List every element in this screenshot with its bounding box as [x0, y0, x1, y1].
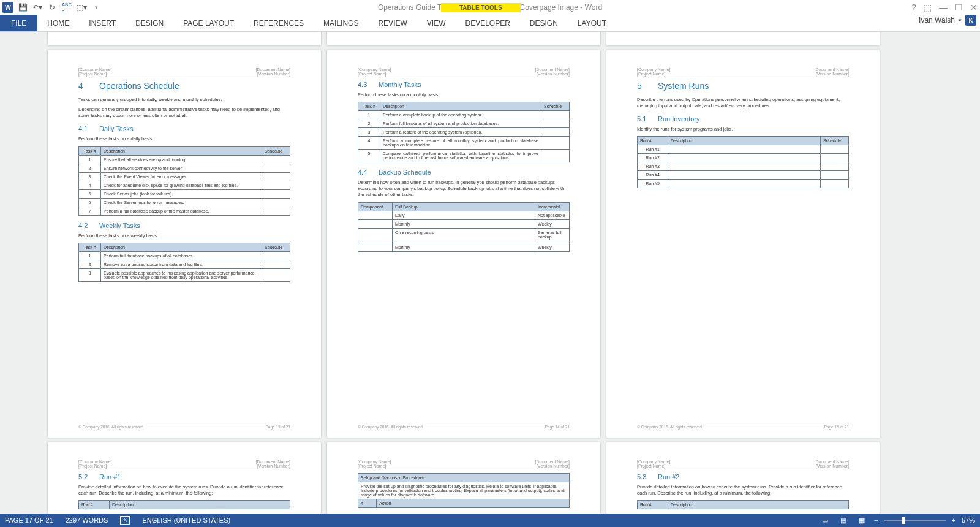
undo-button[interactable]: ↶▾ — [31, 1, 44, 13]
table-row: 1Perform full database backups of all da… — [79, 251, 290, 260]
table-row: 2Ensure network connectivity to the serv… — [79, 164, 290, 172]
tab-developer[interactable]: DEVELOPER — [455, 15, 519, 31]
table-row: On a recurring basisSame as full backup — [358, 228, 570, 243]
tab-mailings[interactable]: MAILINGS — [314, 15, 368, 31]
table-row: DailyNot applicable — [358, 211, 570, 219]
qat-customize-button[interactable]: ▾ — [89, 1, 103, 13]
table-setup-diagnostic[interactable]: Setup and Diagnostic Procedures Provide … — [358, 473, 570, 508]
page-14[interactable]: [Company Name][Document Name] [Project N… — [327, 50, 600, 438]
help-button[interactable]: ? — [911, 2, 916, 12]
header-version: [Version Number] — [257, 72, 290, 76]
body-text: Provide detailed information on how to e… — [78, 484, 290, 496]
table-row: 4Check for adequate disk space for growi… — [79, 181, 290, 189]
close-button[interactable]: ✕ — [970, 2, 978, 12]
table-monthly-tasks[interactable]: Task #DescriptionSchedule 1Perform a com… — [358, 102, 570, 162]
table-row: 3Check the Event Viewer for error messag… — [79, 172, 290, 181]
tab-table-layout[interactable]: LAYOUT — [568, 15, 616, 31]
table-run-inventory[interactable]: Run #DescriptionSchedule Run #1 Run #2 R… — [637, 136, 849, 188]
tab-insert[interactable]: INSERT — [79, 15, 126, 31]
status-word-count[interactable]: 2297 WORDS — [66, 517, 108, 524]
body-text: Determine how often and when to run back… — [358, 180, 570, 198]
tab-review[interactable]: REVIEW — [368, 15, 417, 31]
page-footer: © Company 2016. All rights reserved.Page… — [637, 423, 849, 429]
table-row: Run #5 — [638, 180, 849, 188]
ribbon-options-button[interactable]: ⬚ — [924, 2, 932, 12]
status-proofing-icon[interactable]: ✎ — [120, 516, 130, 525]
table-run-1[interactable]: Run #Description — [78, 500, 290, 509]
table-row: MonthlyWeekly — [358, 243, 570, 251]
body-text: Perform these tasks on a weekly basis: — [78, 233, 290, 239]
heading-operations-schedule: 4Operations Schedule — [78, 81, 290, 91]
document-area[interactable]: [Company Name][Document Name] [Project N… — [0, 32, 980, 514]
heading-weekly-tasks: 4.2Weekly Tasks — [78, 222, 290, 229]
page-17[interactable]: [Company Name][Document Name] [Project N… — [327, 442, 600, 514]
status-language[interactable]: ENGLISH (UNITED STATES) — [142, 517, 230, 524]
view-read-mode-icon[interactable]: ▭ — [819, 515, 831, 525]
heading-run-inventory: 5.1Run Inventory — [637, 115, 849, 123]
body-text: Depending on the circumstances, addition… — [78, 107, 290, 119]
table-row: 3Evaluate possible approaches to increas… — [79, 268, 290, 281]
zoom-out-button[interactable]: − — [874, 517, 878, 524]
word-app-icon[interactable]: W — [1, 1, 15, 13]
page-prev-3[interactable] — [606, 32, 880, 45]
zoom-slider[interactable] — [884, 520, 946, 521]
table-row: 2Remove extra unused space from data and… — [79, 260, 290, 268]
table-backup-schedule[interactable]: ComponentFull BackupIncremental DailyNot… — [358, 202, 570, 252]
save-button[interactable]: 💾 — [16, 1, 29, 13]
table-row: 4Perform a complete restore of all month… — [358, 137, 570, 150]
page-16[interactable]: [Company Name][Document Name] [Project N… — [48, 442, 321, 514]
tab-references[interactable]: REFERENCES — [244, 15, 314, 31]
maximize-button[interactable]: ☐ — [955, 2, 963, 12]
header-company: [Company Name] — [78, 67, 111, 72]
table-row: 3Perform a restore of the operating syst… — [358, 128, 570, 137]
zoom-in-button[interactable]: + — [952, 517, 956, 524]
heading-run-2: 5.3Run #2 — [637, 473, 849, 480]
page-15[interactable]: [Company Name][Document Name] [Project N… — [606, 50, 880, 438]
zoom-level[interactable]: 57% — [962, 517, 975, 524]
tab-view[interactable]: VIEW — [417, 15, 456, 31]
table-row: 5Compare gathered performance statistics… — [358, 150, 570, 162]
page-prev-1[interactable] — [48, 32, 321, 45]
view-web-layout-icon[interactable]: ▦ — [856, 515, 868, 525]
body-text: Identify the runs for system programs an… — [637, 126, 849, 132]
table-row: MonthlyWeekly — [358, 219, 570, 228]
page-prev-2[interactable] — [327, 32, 600, 45]
redo-button[interactable]: ↻ — [45, 1, 59, 13]
table-row: Run #3 — [638, 162, 849, 171]
tab-file[interactable]: FILE — [0, 15, 37, 31]
tab-home[interactable]: HOME — [37, 15, 79, 31]
user-menu-chevron: ▾ — [959, 17, 962, 23]
table-row: 1Perform a complete backup of the operat… — [358, 111, 570, 119]
user-area[interactable]: Ivan Walsh ▾ K — [919, 15, 976, 26]
table-row: Run #4 — [638, 171, 849, 180]
header-project: [Project Name] — [78, 72, 107, 76]
status-bar: PAGE 17 OF 21 2297 WORDS ✎ ENGLISH (UNIT… — [0, 514, 980, 527]
contextual-tab-label: TABLE TOOLS — [441, 3, 521, 12]
ribbon-tabs: FILE HOME INSERT DESIGN PAGE LAYOUT REFE… — [0, 15, 980, 32]
page-13[interactable]: [Company Name][Document Name] [Project N… — [48, 50, 321, 438]
page-18[interactable]: [Company Name][Document Name] [Project N… — [606, 442, 880, 514]
title-bar: W 💾 ↶▾ ↻ ABC✓ ⬚▾ ▾ Operations Guide Temp… — [0, 0, 980, 15]
status-page[interactable]: PAGE 17 OF 21 — [5, 517, 53, 524]
body-text: Describe the runs used by Operations per… — [637, 97, 849, 109]
minimize-button[interactable]: — — [939, 2, 948, 12]
table-weekly-tasks[interactable]: Task #DescriptionSchedule 1Perform full … — [78, 243, 290, 282]
table-daily-tasks[interactable]: Task #DescriptionSchedule 1Ensure that a… — [78, 146, 290, 216]
body-text: Tasks can generally grouped into daily, … — [78, 97, 290, 103]
tab-table-design[interactable]: DESIGN — [520, 15, 568, 31]
heading-daily-tasks: 4.1Daily Tasks — [78, 125, 290, 132]
spellcheck-button[interactable]: ABC✓ — [60, 1, 74, 13]
view-print-layout-icon[interactable]: ▤ — [837, 515, 850, 525]
body-text: Perform these tasks on a daily basis: — [78, 136, 290, 142]
tab-page-layout[interactable]: PAGE LAYOUT — [173, 15, 244, 31]
heading-system-runs: 5System Runs — [637, 81, 849, 91]
table-row: 6Check the Server logs for error message… — [79, 198, 290, 207]
tab-design[interactable]: DESIGN — [126, 15, 173, 31]
table-row: Run #2 — [638, 154, 849, 162]
body-text: Provide detailed information on how to e… — [637, 484, 849, 496]
table-run-2[interactable]: Run #Description — [637, 500, 849, 509]
user-badge-icon: K — [965, 15, 976, 26]
quick-access-toolbar: W 💾 ↶▾ ↻ ABC✓ ⬚▾ ▾ — [0, 1, 103, 13]
touch-mode-button[interactable]: ⬚▾ — [75, 1, 88, 13]
table-row: 1Ensure that all services are up and run… — [79, 155, 290, 164]
